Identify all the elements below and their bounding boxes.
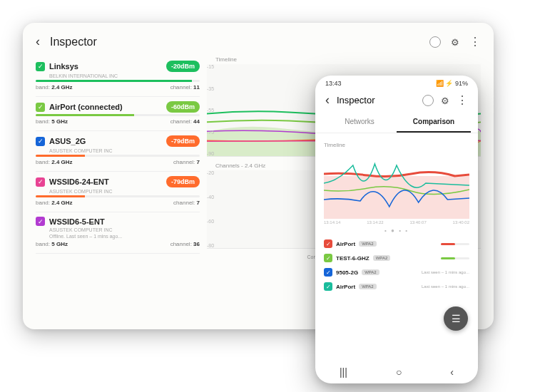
back-icon[interactable]: ‹ bbox=[325, 93, 330, 108]
timeline-label: Timeline bbox=[324, 142, 469, 148]
status-bar: 13:43 📶 ⚡ 91% bbox=[315, 76, 478, 88]
security-tag: WPA2 bbox=[359, 284, 377, 289]
network-item[interactable]: Linksys-20dBmBELKIN INTERNATIONAL INCban… bbox=[36, 56, 200, 97]
last-seen-label: Last seen – 1 mins ago... bbox=[422, 270, 469, 274]
signal-badge: -20dBm bbox=[166, 61, 200, 72]
home-button[interactable]: ○ bbox=[396, 366, 402, 378]
network-name: WSSID6-24-ENT bbox=[49, 177, 162, 186]
network-name: AirPort bbox=[336, 284, 355, 290]
x-axis-times: 13:14:1413:14:2213:40:0713:40:02 bbox=[324, 220, 469, 225]
settings-icon[interactable] bbox=[451, 36, 459, 48]
tab-networks[interactable]: Networks bbox=[322, 112, 397, 133]
recent-apps-button[interactable]: ||| bbox=[340, 366, 347, 378]
last-seen-label: Last seen – 1 mins ago... bbox=[422, 284, 469, 289]
tablet-header: ‹ Inspector bbox=[36, 31, 481, 56]
checkbox-icon[interactable] bbox=[36, 62, 45, 71]
checkbox-icon[interactable] bbox=[36, 137, 45, 146]
battery-status: 📶 ⚡ 91% bbox=[436, 80, 468, 87]
phone-window: 13:43 📶 ⚡ 91% ‹ Inspector NetworksCompar… bbox=[315, 76, 478, 383]
timeline-label: Timeline bbox=[207, 56, 481, 63]
checkbox-icon[interactable] bbox=[36, 177, 45, 187]
list-item[interactable]: TEST-6-GHZWPA2 bbox=[324, 251, 469, 265]
tab-bar: NetworksComparison bbox=[315, 112, 478, 133]
settings-icon[interactable] bbox=[441, 94, 449, 107]
network-item[interactable]: WSSID6-24-ENT-79dBmASUSTEK COMPUTER INCb… bbox=[36, 172, 200, 212]
signal-badge: -79dBm bbox=[166, 176, 200, 187]
network-item[interactable]: ASUS_2G-79dBmASUSTEK COMPUTER INCband: 2… bbox=[36, 131, 200, 172]
network-name: Linksys bbox=[49, 62, 162, 71]
clock: 13:43 bbox=[325, 80, 342, 87]
checkbox-icon[interactable] bbox=[324, 254, 332, 262]
network-name: WSSID6-5-ENT bbox=[49, 217, 200, 226]
page-title: Inspector bbox=[337, 95, 374, 105]
page-indicator: • ● • • bbox=[324, 227, 469, 234]
vendor-label: BELKIN INTERNATIONAL INC bbox=[49, 73, 200, 78]
security-tag: WPA2 bbox=[359, 241, 377, 247]
list-item[interactable]: 9505-2GWPA2Last seen – 1 mins ago... bbox=[324, 265, 469, 279]
vendor-label: ASUSTEK COMPUTER INC bbox=[49, 148, 200, 153]
more-icon[interactable] bbox=[469, 35, 481, 48]
signal-badge: -60dBm bbox=[166, 101, 200, 113]
vendor-label: ASUSTEK COMPUTER INC bbox=[49, 189, 200, 194]
checkbox-icon[interactable] bbox=[324, 239, 332, 248]
vendor-label: ASUSTEK COMPUTER INC bbox=[49, 227, 200, 232]
network-name: AirPort (connected) bbox=[49, 103, 162, 111]
checkbox-icon[interactable] bbox=[324, 268, 332, 277]
network-name: AirPort bbox=[336, 241, 355, 247]
offline-label: Offline. Last seen – 1 mins ago... bbox=[49, 234, 200, 239]
network-name: TEST-6-GHZ bbox=[336, 255, 370, 262]
security-tag: WPA2 bbox=[373, 255, 391, 261]
back-icon[interactable]: ‹ bbox=[36, 34, 40, 49]
checkbox-icon[interactable] bbox=[36, 217, 45, 226]
signal-badge: -79dBm bbox=[166, 135, 200, 147]
back-button[interactable]: ‹ bbox=[450, 366, 454, 378]
checkbox-icon[interactable] bbox=[36, 103, 45, 112]
checkbox-icon[interactable] bbox=[324, 282, 332, 291]
network-item[interactable]: WSSID6-5-ENTASUSTEK COMPUTER INCOffline.… bbox=[36, 212, 200, 254]
phone-network-list: AirPortWPA2TEST-6-GHZWPA29505-2GWPA2Last… bbox=[324, 237, 469, 294]
record-button[interactable] bbox=[422, 95, 434, 106]
network-list: Linksys-20dBmBELKIN INTERNATIONAL INCban… bbox=[36, 56, 200, 310]
network-name: ASUS_2G bbox=[49, 137, 162, 145]
list-item[interactable]: AirPortWPA2Last seen – 1 mins ago... bbox=[324, 279, 469, 294]
network-name: 9505-2G bbox=[336, 269, 358, 276]
record-button[interactable] bbox=[429, 36, 441, 48]
tab-comparison[interactable]: Comparison bbox=[397, 112, 471, 133]
phone-header: ‹ Inspector bbox=[315, 88, 478, 112]
more-icon[interactable] bbox=[457, 93, 468, 107]
android-navbar: ||| ○ ‹ bbox=[315, 359, 478, 383]
network-item[interactable]: AirPort (connected)-60dBmband: 5 GHzchan… bbox=[36, 97, 200, 131]
phone-timeline-chart bbox=[324, 151, 469, 219]
security-tag: WPA2 bbox=[362, 269, 379, 275]
fab-button[interactable]: ☰ bbox=[444, 306, 468, 331]
page-title: Inspector bbox=[50, 36, 97, 48]
list-item[interactable]: AirPortWPA2 bbox=[324, 237, 469, 251]
